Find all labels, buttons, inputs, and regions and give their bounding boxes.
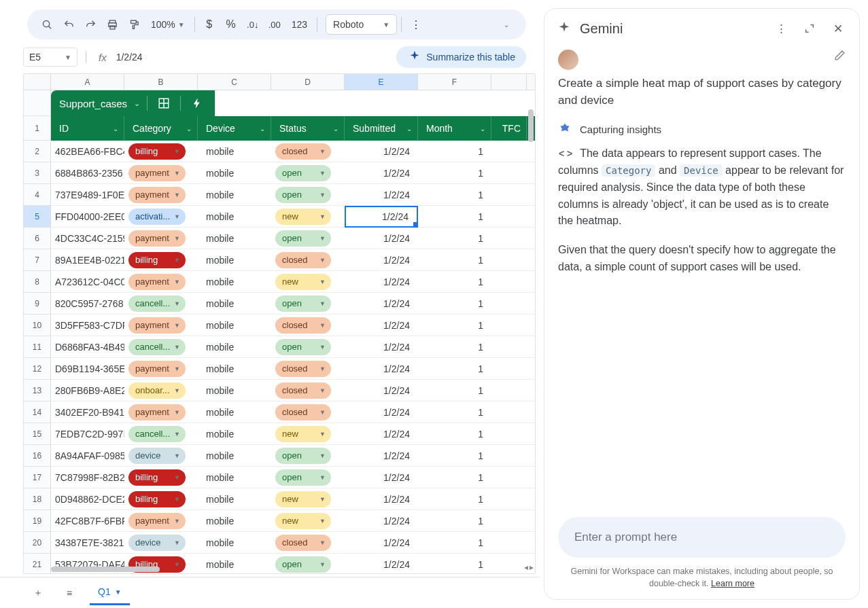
- cell-tfc[interactable]: [491, 336, 527, 358]
- table-header-cell[interactable]: Submitted⌄: [345, 116, 418, 141]
- row-header[interactable]: 9: [24, 293, 51, 315]
- category-pill[interactable]: payment▼: [128, 513, 186, 529]
- format-percent-button[interactable]: %: [221, 14, 241, 35]
- cell-device[interactable]: mobile: [198, 401, 271, 423]
- cell-month[interactable]: 1: [418, 380, 491, 401]
- cell-id[interactable]: 7C87998F-82B2: [51, 467, 124, 488]
- learn-more-link[interactable]: Learn more: [711, 579, 754, 588]
- cell-submitted[interactable]: 1/2/24: [345, 162, 418, 184]
- cell-id[interactable]: 820C5957-2768: [51, 293, 124, 315]
- cell-category[interactable]: payment▼: [124, 184, 198, 206]
- cell-category[interactable]: cancell...▼: [124, 336, 198, 358]
- cell-device[interactable]: mobile: [198, 510, 271, 532]
- cell-status[interactable]: open▼: [271, 467, 345, 488]
- cell-status[interactable]: open▼: [271, 228, 345, 249]
- row-header[interactable]: 21: [24, 554, 51, 573]
- cell-status[interactable]: new▼: [271, 271, 345, 293]
- cell-tfc[interactable]: [491, 293, 527, 315]
- expand-button[interactable]: ⌄: [496, 14, 517, 35]
- cell-month[interactable]: 1: [418, 423, 491, 445]
- cell-device[interactable]: mobile: [198, 249, 271, 271]
- cell-month[interactable]: 1: [418, 336, 491, 358]
- cell-status[interactable]: closed▼: [271, 249, 345, 271]
- formula-input[interactable]: 1/2/24: [116, 52, 143, 62]
- cell-id[interactable]: D69B1194-365E: [51, 358, 124, 380]
- row-header[interactable]: 8: [24, 271, 51, 293]
- table-header-cell[interactable]: Status⌄: [271, 116, 345, 141]
- column-header[interactable]: C: [198, 74, 271, 90]
- undo-button[interactable]: [58, 14, 79, 35]
- cell-device[interactable]: mobile: [198, 380, 271, 401]
- cell-status[interactable]: open▼: [271, 336, 345, 358]
- cell-month[interactable]: 1: [418, 162, 491, 184]
- row-header[interactable]: 4: [24, 184, 51, 206]
- column-header[interactable]: E: [345, 74, 418, 90]
- cell-submitted[interactable]: 1/2/24: [345, 488, 418, 510]
- cell-device[interactable]: mobile: [198, 271, 271, 293]
- cell-category[interactable]: activati...▼: [124, 206, 198, 228]
- table-header-cell[interactable]: Month⌄: [418, 116, 491, 141]
- row-header[interactable]: 18: [24, 488, 51, 510]
- cell-id[interactable]: 89A1EE4B-0221: [51, 249, 124, 271]
- cell-device[interactable]: mobile: [198, 488, 271, 510]
- row-header[interactable]: 12: [24, 358, 51, 380]
- cell-category[interactable]: payment▼: [124, 510, 198, 532]
- cell-category[interactable]: payment▼: [124, 162, 198, 184]
- table-grid-icon[interactable]: [154, 94, 173, 113]
- table-chip[interactable]: Support_cases ⌄: [51, 90, 215, 116]
- cell-tfc[interactable]: [491, 315, 527, 336]
- cell-status[interactable]: new▼: [271, 423, 345, 445]
- cell-submitted[interactable]: 1/2/24: [345, 510, 418, 532]
- cell-tfc[interactable]: [491, 249, 527, 271]
- cell-tfc[interactable]: [491, 228, 527, 249]
- cell-submitted[interactable]: 1/2/24: [345, 401, 418, 423]
- cell-month[interactable]: 1: [418, 358, 491, 380]
- format-currency-button[interactable]: $: [199, 14, 220, 35]
- status-pill[interactable]: new▼: [275, 426, 331, 442]
- category-pill[interactable]: cancell...▼: [128, 296, 186, 312]
- cell-status[interactable]: open▼: [271, 293, 345, 315]
- category-pill[interactable]: payment▼: [128, 187, 186, 203]
- table-header-cell[interactable]: TFC: [491, 116, 527, 141]
- cell-tfc[interactable]: [491, 532, 527, 554]
- category-pill[interactable]: payment▼: [128, 404, 186, 421]
- category-pill[interactable]: cancell...▼: [128, 339, 186, 355]
- cell-category[interactable]: payment▼: [124, 401, 198, 423]
- cell-device[interactable]: mobile: [198, 141, 271, 162]
- cell-status[interactable]: closed▼: [271, 358, 345, 380]
- cell-device[interactable]: mobile: [198, 336, 271, 358]
- category-pill[interactable]: onboar...▼: [128, 382, 186, 399]
- status-pill[interactable]: closed▼: [275, 382, 331, 399]
- row-header[interactable]: 19: [24, 510, 51, 532]
- cell-month[interactable]: 1: [418, 467, 491, 488]
- category-pill[interactable]: cancell...▼: [128, 426, 186, 442]
- cell-status[interactable]: new▼: [271, 488, 345, 510]
- category-pill[interactable]: payment▼: [128, 274, 186, 290]
- cell-category[interactable]: billing▼: [124, 467, 198, 488]
- status-pill[interactable]: open▼: [275, 339, 331, 355]
- cell-id[interactable]: 0D948862-DCE2: [51, 488, 124, 510]
- column-header[interactable]: D: [271, 74, 345, 90]
- table-header-cell[interactable]: Device⌄: [198, 116, 271, 141]
- category-pill[interactable]: payment▼: [128, 230, 186, 247]
- cell-category[interactable]: payment▼: [124, 358, 198, 380]
- cell-status[interactable]: closed▼: [271, 141, 345, 162]
- summarize-table-button[interactable]: Summarize this table: [396, 46, 526, 68]
- cell-id[interactable]: 6884B863-2356: [51, 162, 124, 184]
- status-pill[interactable]: closed▼: [275, 252, 331, 268]
- paint-format-button[interactable]: [124, 14, 144, 35]
- row-header[interactable]: 17: [24, 467, 51, 488]
- row-header[interactable]: 14: [24, 401, 51, 423]
- cell-tfc[interactable]: [491, 184, 527, 206]
- scroll-arrows[interactable]: ◂▸: [524, 562, 534, 572]
- name-box[interactable]: E5 ▼: [23, 48, 77, 67]
- cell-submitted[interactable]: 1/2/24: [345, 293, 418, 315]
- cell-month[interactable]: 1: [418, 315, 491, 336]
- cell-category[interactable]: payment▼: [124, 228, 198, 249]
- cell-submitted[interactable]: 1/2/24: [345, 532, 418, 554]
- status-pill[interactable]: open▼: [275, 230, 331, 247]
- print-button[interactable]: [102, 14, 122, 35]
- table-header-cell[interactable]: ID⌄: [51, 116, 124, 141]
- cell-id[interactable]: 280FB6B9-A8E2: [51, 380, 124, 401]
- cell-submitted[interactable]: 1/2/24: [345, 336, 418, 358]
